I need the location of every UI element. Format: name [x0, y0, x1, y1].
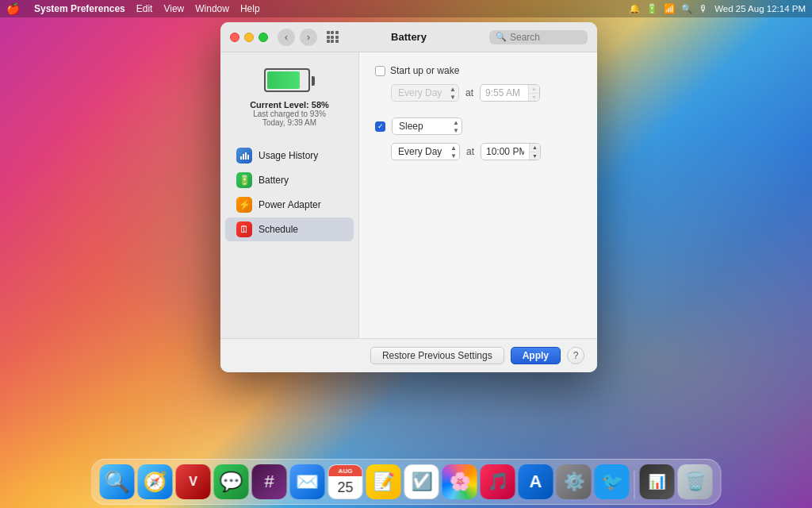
- sleep-checkbox[interactable]: ✓: [375, 121, 385, 132]
- close-button[interactable]: [230, 33, 239, 42]
- dock-item-messages[interactable]: 💬: [214, 464, 249, 499]
- startup-time-input[interactable]: [481, 87, 528, 98]
- sleep-action-select-wrapper: Sleep Restart Shut Down ▲▼: [392, 117, 462, 135]
- sleep-at-label: at: [466, 146, 474, 157]
- dock-item-finder[interactable]: 🔍: [100, 464, 135, 499]
- photos-icon: 🌸: [449, 471, 470, 492]
- dock-item-trash[interactable]: 🗑️: [678, 464, 713, 499]
- datetime: Wed 25 Aug 12:14 PM: [714, 4, 806, 13]
- maximize-button[interactable]: [259, 33, 268, 42]
- dock: 🔍 🧭 V 💬 # ✉️ AUG 25 📝 ☑️ 🌸 🎵 A ⚙️ 🐦: [91, 459, 722, 505]
- dock-item-calendar[interactable]: AUG 25: [328, 464, 363, 499]
- startup-time-row: Every Day ▲▼ at ▲ ▼: [391, 84, 581, 102]
- mail-icon: ✉️: [296, 471, 320, 493]
- dock-item-appstore[interactable]: A: [519, 464, 553, 499]
- startup-checkbox[interactable]: [375, 66, 385, 76]
- sleep-time-down[interactable]: ▼: [530, 152, 540, 161]
- siri-icon[interactable]: 🎙: [699, 4, 708, 13]
- sleep-time-stepper: ▲ ▼: [529, 143, 540, 160]
- spotlight-icon[interactable]: 🔍: [681, 3, 692, 14]
- startup-label: Start up or wake: [390, 65, 459, 76]
- menu-window[interactable]: Window: [195, 3, 229, 14]
- main-content: Start up or wake Every Day ▲▼ at: [359, 52, 597, 338]
- menu-edit[interactable]: Edit: [136, 3, 153, 14]
- dock-item-safari[interactable]: 🧭: [138, 464, 173, 499]
- startup-day-select-wrapper: Every Day ▲▼: [391, 84, 459, 102]
- svg-rect-0: [240, 156, 242, 160]
- battery-icon: [264, 68, 315, 94]
- sleep-action-select[interactable]: Sleep Restart Shut Down: [392, 117, 462, 135]
- grid-view-button[interactable]: [324, 29, 341, 46]
- last-charged: Last charged to 93%: [250, 110, 329, 118]
- search-box[interactable]: 🔍: [489, 30, 588, 44]
- startup-day-select[interactable]: Every Day: [391, 84, 459, 102]
- back-button[interactable]: ‹: [278, 29, 295, 46]
- battery-time: Today, 9:39 AM: [250, 118, 329, 127]
- sidebar-item-usage-history[interactable]: Usage History: [225, 144, 354, 167]
- startup-time-input-wrap: ▲ ▼: [480, 84, 540, 102]
- window-footer: Restore Previous Settings Apply ?: [220, 338, 597, 372]
- sidebar-nav: Usage History 🔋 Battery ⚡ Power Adapter …: [220, 140, 358, 245]
- startup-time-stepper: ▲ ▼: [528, 84, 539, 102]
- menubar: 🍎 System Preferences Edit View Window He…: [0, 0, 812, 17]
- reminders-icon: ☑️: [411, 471, 432, 492]
- sidebar-label-power-adapter: Power Adapter: [259, 199, 321, 210]
- battery-status-area: Current Level: 58% Last charged to 93% T…: [220, 62, 358, 140]
- sidebar-label-usage-history: Usage History: [259, 150, 318, 161]
- notification-center-icon[interactable]: 🔔: [629, 3, 640, 14]
- startup-time-down[interactable]: ▼: [529, 94, 539, 102]
- dock-item-sysprefs[interactable]: ⚙️: [557, 464, 592, 499]
- sidebar-item-power-adapter[interactable]: ⚡ Power Adapter: [225, 193, 354, 217]
- svg-rect-1: [243, 154, 244, 160]
- battery-preferences-window: ‹ › Battery 🔍: [220, 22, 597, 372]
- startup-time-up[interactable]: ▲: [529, 84, 539, 93]
- search-input[interactable]: [510, 32, 581, 43]
- grid-icon: [327, 31, 339, 43]
- titlebar: ‹ › Battery 🔍: [220, 22, 597, 52]
- forward-button[interactable]: ›: [300, 29, 317, 46]
- svg-rect-2: [245, 152, 247, 160]
- traffic-lights: [230, 33, 268, 42]
- menu-view[interactable]: View: [163, 3, 184, 14]
- notes-icon: 📝: [373, 471, 394, 492]
- sleep-section: ✓ Sleep Restart Shut Down ▲▼: [375, 117, 581, 160]
- sleep-time-row: Every Day Weekdays Weekends ▲▼ at ▲: [391, 143, 581, 160]
- window-body: Current Level: 58% Last charged to 93% T…: [220, 52, 597, 338]
- dock-item-music[interactable]: 🎵: [481, 464, 515, 499]
- search-icon: 🔍: [496, 32, 507, 42]
- dock-item-twitter[interactable]: 🐦: [595, 464, 630, 499]
- menu-help[interactable]: Help: [240, 3, 260, 14]
- dock-item-mail[interactable]: ✉️: [290, 464, 325, 499]
- dock-item-reminders[interactable]: ☑️: [404, 464, 439, 499]
- apply-button[interactable]: Apply: [511, 347, 561, 364]
- dock-item-vivaldi[interactable]: V: [176, 464, 211, 499]
- sidebar-label-battery: Battery: [259, 175, 289, 186]
- dock-item-slack[interactable]: #: [252, 464, 287, 499]
- apple-menu[interactable]: 🍎: [6, 2, 20, 15]
- sysprefs-icon: ⚙️: [563, 471, 584, 492]
- restore-button[interactable]: Restore Previous Settings: [370, 347, 504, 364]
- sidebar-item-schedule[interactable]: 🗓 Schedule: [225, 217, 354, 241]
- help-button[interactable]: ?: [567, 347, 584, 364]
- sleep-day-select[interactable]: Every Day Weekdays Weekends: [391, 143, 460, 160]
- dock-item-photos[interactable]: 🌸: [442, 464, 477, 499]
- current-level: Current Level: 58%: [250, 100, 329, 110]
- dock-item-istatmenus[interactable]: 📊: [640, 464, 675, 499]
- minimize-button[interactable]: [244, 33, 254, 42]
- safari-icon: 🧭: [144, 471, 167, 493]
- battery-menu-icon[interactable]: 🔋: [646, 3, 657, 14]
- app-name[interactable]: System Preferences: [34, 3, 125, 14]
- dock-item-notes[interactable]: 📝: [366, 464, 401, 499]
- sleep-time-up[interactable]: ▲: [530, 143, 540, 152]
- battery-icon-nav: 🔋: [236, 172, 252, 188]
- vivaldi-icon: V: [189, 475, 197, 489]
- sleep-time-input-wrap: ▲ ▼: [481, 143, 541, 160]
- messages-icon: 💬: [220, 471, 243, 493]
- sleep-time-input[interactable]: [481, 146, 529, 157]
- twitter-icon: 🐦: [601, 471, 622, 492]
- power-adapter-icon: ⚡: [236, 197, 252, 213]
- wifi-icon[interactable]: 📶: [664, 3, 675, 14]
- sidebar-item-battery[interactable]: 🔋 Battery: [225, 168, 354, 192]
- schedule-icon: 🗓: [236, 221, 252, 237]
- startup-at-label: at: [465, 87, 473, 98]
